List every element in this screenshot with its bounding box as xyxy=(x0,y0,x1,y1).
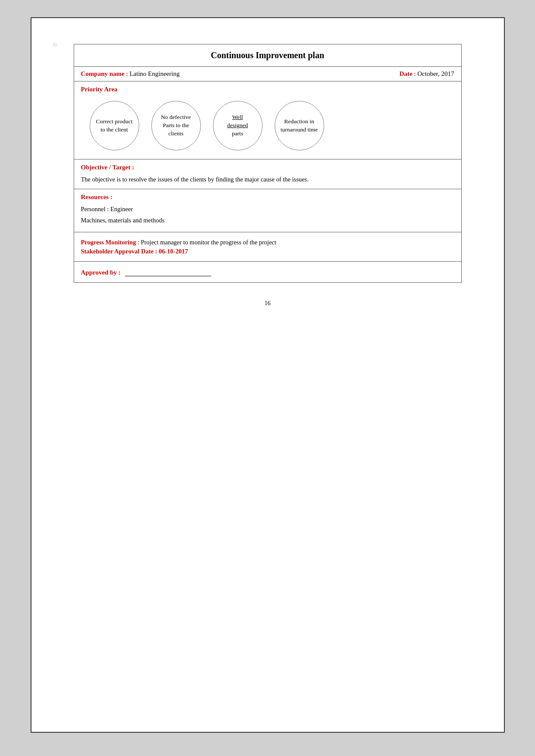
company-date-row: Company name : Latino Engineering Date :… xyxy=(74,67,461,81)
date-info: Date : October, 2017 xyxy=(400,70,454,78)
company-value: Latino Engineering xyxy=(129,70,179,77)
resources-line2: Machines, materials and methods xyxy=(81,215,454,226)
circle-well-designed: Welldesignedparts xyxy=(213,101,263,150)
objective-title: Objective / Target : xyxy=(81,164,454,171)
approved-label: Approved by : xyxy=(81,269,121,276)
circle-correct-product-text: Correct product to the client xyxy=(94,118,135,134)
priority-area-section: Priority Area Correct product to the cli… xyxy=(74,81,461,159)
approved-line: Approved by : xyxy=(81,269,454,276)
approved-signature-line xyxy=(125,269,211,276)
page-content: Continuous Improvement plan Company name… xyxy=(74,44,462,283)
document-title: Continuous Improvement plan xyxy=(74,44,461,67)
objective-section: Objective / Target : The objective is to… xyxy=(74,159,461,189)
company-info: Company name : Latino Engineering xyxy=(81,70,180,78)
progress-line: Progress Monitoring : Project manager to… xyxy=(81,237,454,248)
page-number: 16 xyxy=(53,300,482,307)
page: □ Continuous Improvement plan Company na… xyxy=(31,17,505,733)
progress-text: : Project manager to monitor the progres… xyxy=(138,239,276,246)
corner-mark: □ xyxy=(54,42,56,47)
resources-title: Resources : xyxy=(81,194,454,201)
company-label: Company name xyxy=(81,70,125,77)
date-label: Date xyxy=(400,70,413,77)
objective-text: The objective is to resolve the issues o… xyxy=(81,175,454,184)
circle-well-designed-text: Welldesignedparts xyxy=(227,113,248,138)
circle-no-defective: No defective Parts to the clients xyxy=(151,101,201,150)
resources-section: Resources : Personnel : Engineer Machine… xyxy=(74,189,461,232)
document-container: Continuous Improvement plan Company name… xyxy=(74,44,462,283)
resources-line1: Personnel : Engineer xyxy=(81,203,454,215)
circle-correct-product: Correct product to the client xyxy=(90,101,139,150)
progress-section: Progress Monitoring : Project manager to… xyxy=(74,232,461,262)
progress-label: Progress Monitoring xyxy=(81,239,136,246)
well-designed-underline: Welldesigned xyxy=(227,114,248,128)
circle-reduction: Reduction in turnaround time xyxy=(275,101,324,150)
approved-section: Approved by : xyxy=(74,262,461,282)
priority-circles: Correct product to the client No defecti… xyxy=(81,97,454,155)
circle-reduction-text: Reduction in turnaround time xyxy=(279,118,319,134)
priority-area-title: Priority Area xyxy=(81,86,454,93)
circle-no-defective-text: No defective Parts to the clients xyxy=(156,113,196,138)
stakeholder-line: Stakeholder Approval Date : 06-10-2017 xyxy=(81,248,454,255)
date-value: October, 2017 xyxy=(417,70,454,77)
